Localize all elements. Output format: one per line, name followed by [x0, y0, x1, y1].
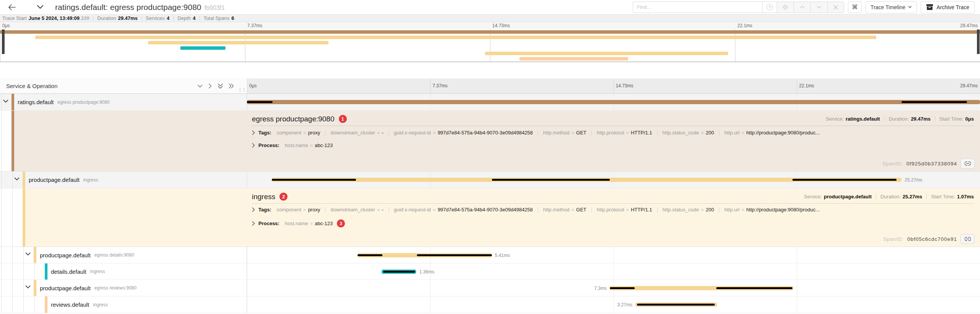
service-name: ratings.default [18, 99, 54, 105]
page-title: ratings.default: egress productpage:9080… [55, 3, 225, 12]
locate-icon [782, 4, 788, 10]
divider [657, 131, 658, 136]
critical-path-segment [247, 101, 273, 103]
span-color-stripe [34, 247, 36, 263]
span-color-stripe [34, 280, 36, 296]
divider [884, 116, 885, 121]
minimap-span-bar [180, 46, 225, 50]
span-timeline-cell[interactable]: 25.27ms [247, 172, 980, 188]
tags-row[interactable]: Tags: component=proxydownstream_cluster=… [252, 207, 974, 213]
tag-guid:x-request-id: guid:x-request-id=997d7e84-575a-94b4-907… [394, 130, 533, 136]
collapse-all-button[interactable] [217, 83, 223, 89]
double-chevron-right-icon [229, 83, 234, 89]
chevron-down-icon [908, 6, 912, 8]
detail-gutter [0, 111, 11, 171]
minimap-span-bar [148, 41, 328, 44]
span-list: ratings.default egress productpage:9080 … [0, 94, 980, 313]
tick-label: 22.1ms [737, 23, 752, 28]
operation-name: ingress [93, 302, 108, 307]
span-duration: 25.27ms [903, 194, 922, 200]
tick-label: 0μs [249, 83, 257, 88]
span-row-egress-reviews: productpage.default egress reviews:9080 … [0, 280, 980, 296]
deep-link-button[interactable] [960, 234, 975, 244]
span-row-productpage-ingress: productpage.default ingress 25.27ms [0, 172, 980, 188]
tag-downstream_cluster: downstream_cluster=- [330, 207, 383, 213]
tag-http.url: http.url=http://productpage:9080/produc.… [724, 207, 820, 213]
question-mark-icon: ? [766, 4, 773, 10]
chevron-down-icon[interactable] [25, 252, 31, 256]
archive-trace-button[interactable]: Archive Trace [921, 1, 975, 13]
divider [538, 208, 538, 213]
find-help-button[interactable]: ? [762, 2, 777, 13]
keyboard-shortcuts-button[interactable]: ⌘ [848, 2, 862, 13]
chevron-down-icon[interactable] [3, 100, 8, 103]
chevron-right-icon [252, 221, 255, 226]
span-color-stripe [45, 296, 47, 313]
tag-http.status_code: http.status_code=200 [663, 207, 714, 213]
find-input[interactable] [633, 2, 762, 13]
tags-row[interactable]: Tags: component=proxydownstream_cluster=… [252, 130, 974, 136]
link-icon [965, 237, 971, 241]
tick-label: 29.47ms [960, 83, 978, 88]
collapse-one-button[interactable] [197, 84, 203, 88]
focus-matches-button[interactable] [777, 2, 794, 13]
prev-match-button[interactable] [794, 2, 810, 13]
span-name-cell[interactable]: productpage.default egress details:9080 [0, 247, 247, 263]
tick-label: 29.47ms [960, 23, 978, 28]
back-button[interactable] [5, 1, 18, 14]
span-name-cell[interactable]: details.default ingress [0, 263, 247, 280]
span-timeline-cell[interactable]: 5.41ms [247, 247, 980, 263]
trace-services: Services4 [146, 15, 170, 21]
divider [935, 116, 935, 121]
chevron-right-icon [252, 130, 255, 135]
collapse-trace-header-button[interactable] [34, 1, 47, 14]
operation-name: egress productpage:9080 [57, 100, 109, 105]
minimap-ruler: 0μs 7.37ms 14.73ms 22.1ms 29.47ms [0, 22, 980, 29]
chevron-right-icon [252, 143, 255, 148]
span-start-time: 0μs [965, 116, 974, 122]
expand-all-button[interactable] [229, 83, 234, 89]
span-duration-label: 7.3ms [594, 286, 607, 291]
chevron-down-icon[interactable] [25, 285, 31, 289]
tag-list: component=proxydownstream_cluster=-guid:… [277, 130, 820, 136]
operation-name: ingress [83, 177, 98, 183]
span-name-cell[interactable]: reviews.default ingress [0, 296, 247, 313]
span-bar[interactable] [247, 100, 980, 104]
span-id-row: SpanID: 0f925d0b37338094 [882, 159, 975, 168]
span-timeline-cell[interactable]: 7.3ms [247, 280, 980, 296]
process-row[interactable]: Process: host.name=abc-123 [252, 142, 974, 148]
span-detail-ratings-egress: egress productpage:9080 1 Service:rating… [0, 111, 980, 172]
minimap-canvas[interactable] [0, 29, 980, 62]
tag-guid:x-request-id: guid:x-request-id=997d7e84-575a-94b4-907… [394, 207, 533, 213]
span-row-egress-details: productpage.default egress details:9080 … [0, 247, 980, 263]
span-timeline-cell[interactable]: 1.36ms [247, 263, 980, 280]
archive-trace-label: Archive Trace [936, 4, 969, 10]
span-duration-label: 3.27ms [617, 302, 632, 307]
next-match-button[interactable] [810, 2, 827, 13]
expand-one-button[interactable] [208, 83, 212, 89]
double-chevron-down-icon [217, 83, 223, 89]
span-name-cell[interactable]: productpage.default ingress [0, 172, 247, 188]
minimap-right-handle[interactable] [977, 29, 980, 54]
minimap-span-bar [485, 52, 728, 55]
span-name-cell[interactable]: ratings.default egress productpage:9080 [0, 94, 247, 110]
deep-link-button[interactable] [960, 159, 975, 168]
divider [538, 131, 538, 136]
chevron-down-icon[interactable] [14, 177, 20, 181]
span-operation-title: egress productpage:9080 [252, 115, 335, 123]
clear-find-button[interactable] [827, 2, 844, 13]
span-timeline-cell[interactable]: 3.27ms [247, 296, 980, 313]
span-color-stripe [11, 94, 14, 110]
minimap-left-handle[interactable] [2, 29, 5, 54]
span-start-time: 1.07ms [957, 194, 974, 200]
annotation-badge-1: 1 [339, 115, 347, 123]
trace-timeline-dropdown[interactable]: Trace Timeline [866, 1, 917, 13]
span-name-cell[interactable]: productpage.default egress reviews:9080 [0, 280, 247, 296]
critical-path-segment [383, 271, 415, 273]
span-timeline-cell[interactable] [247, 94, 980, 110]
span-color-stripe [45, 263, 47, 280]
process-row[interactable]: Process: host.name=abc-123 3 [252, 219, 974, 227]
chevron-right-icon [252, 207, 255, 212]
tag-http.protocol: http.protocol=HTTP/1.1 [597, 130, 652, 136]
column-resizer[interactable]: ❘❘ [238, 87, 246, 92]
